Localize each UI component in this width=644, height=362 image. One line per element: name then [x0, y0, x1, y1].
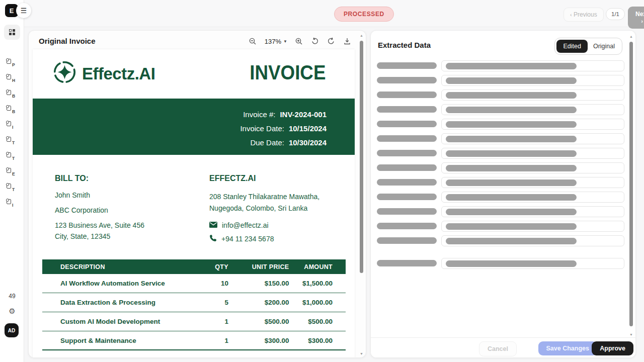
field-input[interactable] — [441, 148, 624, 159]
meta-value: 10/30/2024 — [289, 136, 327, 150]
document-letter: T — [12, 156, 15, 161]
rotate-left-icon[interactable] — [310, 37, 319, 46]
scrollbar-thumb[interactable] — [629, 42, 633, 326]
document-letter: I — [12, 203, 13, 208]
extracted-field-row — [377, 177, 624, 188]
field-input[interactable] — [441, 221, 624, 232]
field-value-skeleton — [446, 165, 577, 171]
envelope-icon — [209, 221, 217, 229]
field-input[interactable] — [441, 60, 624, 71]
invoice-meta-row: Due Date:10/30/2024 — [240, 136, 327, 150]
field-value-skeleton — [446, 179, 577, 186]
table-row: Custom AI Model Development1$500.00$500.… — [42, 312, 346, 331]
zoom-level-dropdown[interactable]: 137%▼ — [265, 38, 287, 45]
invoice-document: Effectz.AI INVOICE Invoice #:INV-2024-00… — [33, 49, 355, 358]
sidebar-document-item[interactable]: I — [0, 197, 24, 212]
document-icon — [7, 74, 11, 79]
document-icon — [7, 137, 11, 142]
download-icon[interactable] — [343, 37, 352, 46]
hamburger-menu-icon[interactable]: ☰ — [16, 3, 31, 18]
field-value-skeleton — [446, 209, 577, 215]
scrollbar-thumb[interactable] — [360, 41, 363, 273]
field-label-skeleton — [377, 164, 437, 171]
field-label-skeleton — [377, 92, 437, 98]
field-input[interactable] — [441, 119, 624, 130]
table-cell: Custom AI Model Development — [42, 318, 194, 325]
document-icon — [7, 106, 11, 111]
sidebar-item-dashboard[interactable] — [4, 25, 20, 40]
field-label-skeleton — [377, 121, 437, 127]
document-letter: B — [12, 109, 15, 114]
table-header-cell: UNIT PRICE — [236, 263, 297, 270]
field-input[interactable] — [441, 206, 624, 217]
extracted-field-row — [377, 60, 624, 71]
user-avatar[interactable]: AD — [5, 323, 19, 337]
invoice-line-items-table: DESCRIPTIONQTYUNIT PRICEAMOUNT AI Workfl… — [42, 259, 346, 350]
document-icon — [7, 90, 11, 95]
cancel-button[interactable]: Cancel — [479, 341, 517, 356]
field-input[interactable] — [441, 104, 624, 115]
scroll-down-icon[interactable]: ▼ — [359, 352, 364, 355]
sidebar-document-item[interactable]: E — [0, 165, 24, 181]
field-input[interactable] — [441, 192, 624, 203]
bill-to-block: BILL TO: John SmithABC Corporation123 Bu… — [55, 174, 196, 243]
rotate-right-icon[interactable] — [327, 37, 336, 46]
sidebar-document-item[interactable]: B — [0, 103, 24, 119]
extracted-footer: Cancel Save Changes Approve — [371, 337, 636, 357]
scroll-up-icon[interactable]: ▲ — [629, 35, 633, 38]
sidebar-document-item[interactable]: P — [0, 56, 24, 72]
field-input[interactable] — [441, 235, 624, 246]
field-value-skeleton — [446, 260, 577, 267]
sidebar-document-item[interactable]: I — [0, 119, 24, 134]
toggle-edited[interactable]: Edited — [556, 40, 587, 53]
field-label-skeleton — [377, 77, 437, 83]
next-button[interactable]: Next › — [628, 7, 644, 29]
table-cell: Data Extraction & Processing — [42, 299, 194, 306]
field-input[interactable] — [441, 162, 624, 173]
bill-to-line: City, State, 12345 — [55, 232, 196, 240]
field-label-skeleton — [377, 62, 437, 69]
sidebar-document-item[interactable]: T — [0, 181, 24, 197]
extracted-field-row — [377, 206, 624, 217]
previous-button[interactable]: ‹ Previous — [564, 8, 604, 22]
field-value-skeleton — [446, 223, 577, 230]
scroll-down-icon[interactable]: ▼ — [629, 333, 633, 336]
extracted-scrollbar[interactable]: ▲ ▼ — [629, 35, 633, 336]
settings-gear-icon[interactable]: ⚙ — [0, 307, 24, 316]
field-input[interactable] — [441, 133, 624, 144]
invoice-scrollbar[interactable]: ▲ ▼ — [359, 34, 364, 355]
document-icon — [7, 168, 11, 173]
toggle-original[interactable]: Original — [588, 40, 620, 53]
table-cell: 1 — [194, 337, 236, 344]
approve-button[interactable]: Approve — [592, 341, 633, 355]
zoom-out-icon[interactable] — [249, 37, 258, 46]
extracted-field-row — [377, 148, 624, 159]
scroll-up-icon[interactable]: ▲ — [359, 34, 364, 37]
sidebar-document-item[interactable]: T — [0, 134, 24, 150]
edited-original-toggle: Edited Original — [554, 38, 622, 55]
top-bar: PROCESSED ‹ Previous 1/1 Next › — [24, 0, 644, 27]
bill-to-heading: BILL TO: — [55, 174, 196, 183]
table-cell: $150.00 — [236, 280, 297, 287]
field-input[interactable] — [441, 75, 624, 86]
sidebar-document-item[interactable]: H — [0, 72, 24, 87]
field-input[interactable] — [441, 258, 624, 269]
table-header-cell: QTY — [194, 263, 236, 270]
field-input[interactable] — [441, 89, 624, 101]
document-letter: T — [12, 140, 15, 145]
table-cell: 5 — [194, 299, 236, 306]
field-label-skeleton — [377, 106, 437, 113]
sidebar-document-item[interactable]: B — [0, 87, 24, 103]
extracted-field-row — [377, 221, 624, 232]
sidebar-document-item[interactable]: T — [0, 150, 24, 165]
save-changes-button[interactable]: Save Changes — [538, 341, 597, 355]
extracted-field-row — [377, 133, 624, 144]
field-input[interactable] — [441, 177, 624, 188]
zoom-in-icon[interactable] — [294, 37, 303, 46]
meta-label: Invoice Date: — [240, 122, 284, 136]
status-badge: PROCESSED — [334, 7, 394, 22]
extracted-field-row — [377, 75, 624, 86]
document-letter: H — [12, 78, 15, 83]
document-letter: B — [12, 94, 15, 99]
effectz-logo-icon — [53, 60, 76, 86]
